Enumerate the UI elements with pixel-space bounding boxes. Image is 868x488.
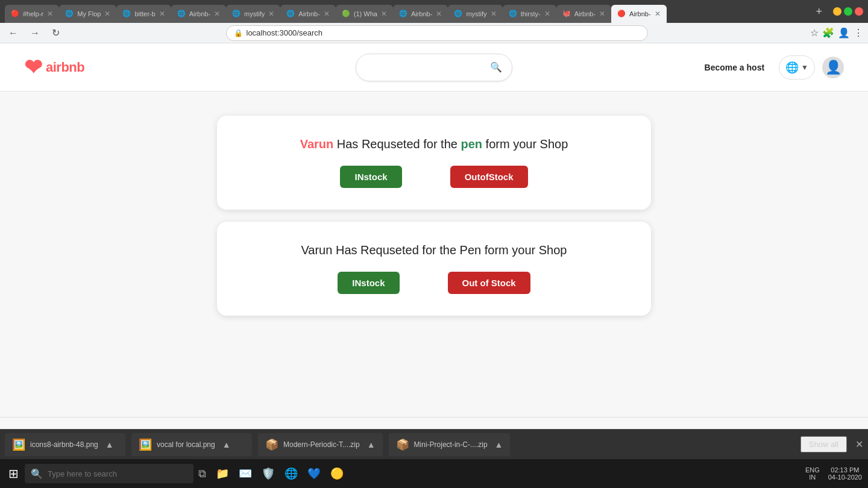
- downloads-close-button[interactable]: ✕: [855, 439, 863, 450]
- downloads-bar: 🖼️ icons8-airbnb-48.png ▲🖼️ vocal for lo…: [0, 429, 868, 459]
- url-text: localhost:3000/search: [247, 28, 322, 37]
- browser-toolbar: ☆ 🧩 👤 ⋮: [810, 27, 863, 39]
- close-button[interactable]: [855, 7, 863, 16]
- browser-tab-tab12[interactable]: 🔴 Airbnb- ✕: [611, 5, 666, 23]
- card-2-instock-button[interactable]: INstock: [338, 272, 399, 294]
- card-2-middle: Has Requseted for the: [332, 243, 459, 257]
- browser-tab-tab2[interactable]: 🌐 My Flop ✕: [59, 5, 116, 23]
- app-header: ❤ airbnb 🔍 Become a host 🌐 ▼ 👤: [0, 43, 868, 92]
- browser-tab-tab3[interactable]: 🌐 bitter-b ✕: [116, 5, 171, 23]
- main-content: Varun Has Requseted for the pen form you…: [0, 92, 868, 417]
- vscode-icon[interactable]: 💙: [303, 465, 326, 483]
- search-bar-container: 🔍: [356, 54, 512, 81]
- tray-time: 02:13 PM04-10-2020: [825, 465, 866, 482]
- settings-icon[interactable]: ⋮: [854, 27, 863, 39]
- task-view-icon[interactable]: ⧉: [193, 465, 211, 483]
- minimize-button[interactable]: [833, 7, 841, 16]
- user-menu-button[interactable]: 👤: [822, 57, 844, 78]
- tab-bar: 🔴 #help-r ✕🌐 My Flop ✕🌐 bitter-b ✕🌐 Airb…: [5, 0, 810, 23]
- tab-favicon: 🟢: [342, 10, 350, 18]
- search-icon[interactable]: 🔍: [490, 61, 502, 73]
- download-item[interactable]: 📦 Modern-Periodic-T....zip ▲: [258, 433, 383, 456]
- download-chevron-icon[interactable]: ▲: [367, 440, 376, 449]
- browser-tab-tab10[interactable]: 🌐 thirsty- ✕: [503, 5, 556, 23]
- tab-label: (1) Wha: [354, 10, 377, 17]
- card-1-suffix: form your Shop: [482, 137, 568, 151]
- logo-link[interactable]: ❤ airbnb: [24, 55, 84, 80]
- tab-close-icon[interactable]: ✕: [544, 10, 550, 18]
- browser-tab-tab1[interactable]: 🔴 #help-r ✕: [5, 5, 59, 23]
- file-explorer-icon[interactable]: 📁: [211, 465, 234, 483]
- start-button[interactable]: ⊞: [2, 464, 25, 483]
- maximize-button[interactable]: [844, 7, 852, 16]
- card-2-item: Pen: [460, 243, 482, 257]
- shield-icon[interactable]: 🛡️: [257, 465, 280, 483]
- tab-close-icon[interactable]: ✕: [159, 10, 165, 18]
- browser-tab-tab7[interactable]: 🟢 (1) Wha ✕: [336, 5, 393, 23]
- user-avatar-icon: 👤: [825, 60, 841, 75]
- card-1-item: pen: [461, 137, 482, 151]
- download-item[interactable]: 🖼️ vocal for local.png ▲: [131, 433, 252, 456]
- download-file-icon: 📦: [265, 438, 278, 451]
- card-1-outstock-button[interactable]: OutofStock: [450, 166, 528, 188]
- card-1-title: Varun Has Requseted for the pen form you…: [300, 137, 568, 151]
- mail-icon[interactable]: ✉️: [234, 465, 257, 483]
- card-2-name: Varun: [301, 243, 332, 257]
- tab-favicon: 🐙: [562, 10, 571, 18]
- become-host-button[interactable]: Become a host: [697, 58, 772, 77]
- search-input[interactable]: [366, 63, 484, 72]
- download-item[interactable]: 📦 Mini-Project-in-C-....zip ▲: [389, 433, 511, 456]
- chrome-icon[interactable]: 🟡: [326, 465, 348, 483]
- tab-label: Airbnb-: [189, 10, 210, 17]
- tab-favicon: 🌐: [232, 10, 241, 18]
- user-profile-icon[interactable]: 👤: [838, 27, 850, 39]
- browser-tab-tab4[interactable]: 🌐 Airbnb- ✕: [171, 5, 226, 23]
- address-bar: ← → ↻ 🔒 localhost:3000/search ☆ 🧩 👤 ⋮: [0, 23, 868, 43]
- tab-close-icon[interactable]: ✕: [491, 10, 497, 18]
- taskbar-search-box[interactable]: 🔍: [25, 464, 193, 483]
- browser-tab-tab9[interactable]: 🌐 mystify ✕: [448, 5, 502, 23]
- tab-close-icon[interactable]: ✕: [599, 10, 605, 18]
- tab-close-icon[interactable]: ✕: [268, 10, 274, 18]
- download-chevron-icon[interactable]: ▲: [105, 440, 114, 449]
- tab-close-icon[interactable]: ✕: [381, 10, 387, 18]
- tab-close-icon[interactable]: ✕: [214, 10, 220, 18]
- tab-close-icon[interactable]: ✕: [47, 10, 53, 18]
- download-chevron-icon[interactable]: ▲: [222, 440, 231, 449]
- tab-favicon: 🌐: [122, 10, 131, 18]
- download-file-name: vocal for local.png: [157, 440, 215, 449]
- tab-close-icon[interactable]: ✕: [436, 10, 442, 18]
- edge-icon[interactable]: 🌐: [280, 465, 303, 483]
- tab-close-icon[interactable]: ✕: [655, 10, 661, 18]
- show-all-button[interactable]: Show all: [800, 436, 847, 452]
- download-chevron-icon[interactable]: ▲: [495, 440, 503, 449]
- reload-button[interactable]: ↻: [48, 26, 63, 40]
- download-item[interactable]: 🖼️ icons8-airbnb-48.png ▲: [5, 433, 125, 456]
- tab-close-icon[interactable]: ✕: [104, 10, 110, 18]
- chevron-down-icon: ▼: [801, 63, 808, 72]
- download-file-icon: 🖼️: [139, 438, 152, 451]
- browser-tab-tab8[interactable]: 🌐 Airbnb- ✕: [393, 5, 448, 23]
- url-bar[interactable]: 🔒 localhost:3000/search: [226, 25, 648, 41]
- browser-tab-tab11[interactable]: 🐙 Airbnb- ✕: [556, 5, 611, 23]
- back-button[interactable]: ←: [5, 27, 22, 40]
- tab-label: mystify: [244, 10, 265, 17]
- card-2-suffix: form your Shop: [481, 243, 567, 257]
- browser-tab-tab5[interactable]: 🌐 mystify ✕: [226, 5, 280, 23]
- taskbar-search-input[interactable]: [48, 469, 187, 478]
- tab-favicon: 🌐: [286, 10, 295, 18]
- language-button[interactable]: 🌐 ▼: [779, 55, 815, 80]
- extensions-icon[interactable]: 🧩: [822, 27, 834, 39]
- card-2-title: Varun Has Requseted for the Pen form you…: [301, 243, 567, 257]
- new-tab-button[interactable]: +: [812, 5, 826, 18]
- download-file-name: Modern-Periodic-T....zip: [283, 440, 360, 449]
- browser-tab-tab6[interactable]: 🌐 Airbnb- ✕: [280, 5, 335, 23]
- forward-button[interactable]: →: [27, 27, 43, 40]
- bookmark-icon[interactable]: ☆: [810, 27, 819, 39]
- card-1-instock-button[interactable]: INstock: [340, 166, 401, 188]
- taskbar-search-icon: 🔍: [31, 468, 43, 480]
- card-2-outstock-button[interactable]: Out of Stock: [448, 272, 530, 294]
- tab-favicon: 🌐: [454, 10, 462, 18]
- card-1-name: Varun: [300, 137, 334, 151]
- tab-close-icon[interactable]: ✕: [324, 10, 330, 18]
